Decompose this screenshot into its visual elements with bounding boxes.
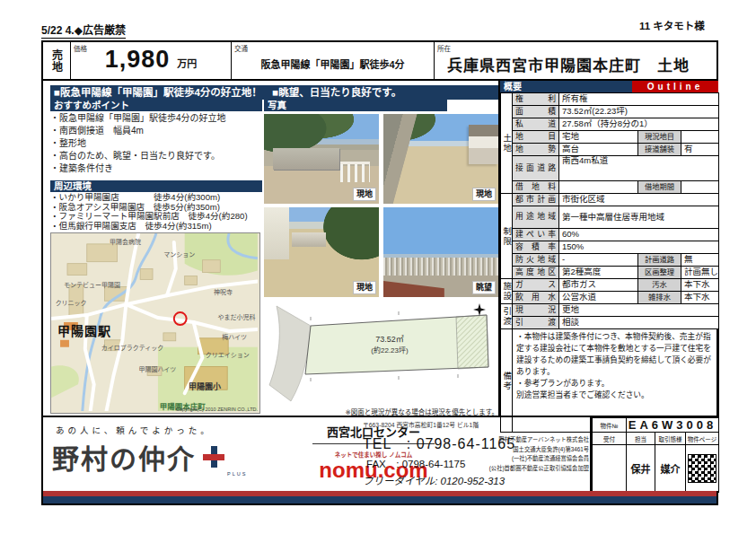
recommend-item: ・南西側接道 幅員4m (50, 125, 262, 137)
company-line: 野村不動産アーバンネット株式会社 (458, 435, 589, 445)
photo-grid: 現地 現地 現地 眺望 (264, 114, 498, 297)
tollfree-number: フリーダイヤル: 0120-952-313 (363, 473, 553, 487)
deal-reception (593, 445, 627, 493)
outline-row-label: 権利 (513, 93, 559, 106)
outline-row-label: ガス (513, 279, 559, 292)
environment-item: ・但馬銀行甲陽園支店 徒歩4分(約315m) (50, 222, 262, 232)
property-header: 売地 価格 1,980 万円 交通 阪急甲陽線「甲陽園」駅徒歩4分 所在 兵庫県… (43, 42, 716, 81)
recommend-title: おすすめポイント (50, 100, 262, 111)
map-label: 神呪寺 (214, 287, 233, 296)
headline-bar: ■阪急甲陽線「甲陽園」駅徒歩4分の好立地！ ■眺望、日当たり良好です。 (50, 85, 500, 100)
outline-row-label: 地勢 (513, 144, 559, 156)
recommend-item: ・阪急甲陽線「甲陽園」駅徒歩4分の好立地 (50, 112, 262, 125)
map-label: 梅ハイツ (222, 332, 247, 341)
map-labels: 甲陽会病院マンションモンテビュー甲陽園クリニック神呪寺やまだ小児科甲陽園駅梅ハイ… (51, 233, 259, 413)
outline-title-en: Outline (632, 81, 718, 92)
outline-sub-value (681, 131, 719, 144)
outline-sub-label: 区画整理 (638, 267, 681, 279)
map-label: やまだ小児科 (218, 312, 256, 321)
outline-sub-label: 計画道路 (638, 254, 681, 267)
outline-row-label: 借地料 (513, 181, 559, 194)
deal-col-header: 取引態様 (655, 433, 686, 445)
agent-name: 保井 (627, 445, 655, 493)
land-plot-diagram: 73.52㎡ (約22.23坪) (264, 302, 498, 405)
company-info: 野村不動産アーバンネット株式会社国土交通大臣免許(4)第3461号(一社)不動産… (458, 435, 589, 474)
footer: あの人に、頼んでよかった。 野村の仲介 PLUS 西宮北口センター ネットで住ま… (43, 416, 716, 503)
outline-group-label: 引渡 (501, 304, 513, 329)
environment-title: 周辺環境 (50, 180, 262, 192)
brand-tagline: あの人に、頼んでよかった。 (56, 424, 213, 436)
outline-row-value: 第一種中高層住居専用地域 (559, 206, 719, 229)
outline-row-value: 相談 (559, 317, 719, 329)
map-label: クリニック (56, 298, 87, 307)
photo-caption: 現地 (472, 188, 496, 201)
outline-row-value: 更地 (559, 304, 719, 317)
environment-list: ・いかり甲陽園店 徒歩4分(約300m)・阪急オアシス甲陽園店 徒歩5分(約35… (50, 193, 262, 231)
location-label: 所在 (437, 43, 451, 53)
brand-plus-label: PLUS (227, 471, 247, 477)
access-label: 交通 (234, 43, 248, 53)
outline-row-label: 引渡 (513, 317, 559, 329)
photo-caption: 現地 (353, 281, 376, 294)
photo-site-3: 現地 (264, 207, 379, 297)
recommend-item: ・建築条件付き (50, 162, 262, 175)
access-cell: 交通 阪急甲陽線「甲陽園」駅徒歩4分 (232, 42, 435, 79)
customer-note: 11 キタモト様 (639, 18, 705, 32)
sale-type-cell: 売地 (43, 42, 71, 79)
map-label: モンテビュー甲陽園 (64, 280, 120, 289)
outline-row-value: 73.52㎡(22.23坪) (559, 106, 719, 118)
property-number-label: 物件№ (593, 418, 627, 433)
outline-sub-value: 計画無し (681, 267, 719, 279)
outline-row-value (559, 181, 638, 194)
photo-caption: 眺望 (472, 281, 496, 294)
outline-group-label: 土地 (501, 93, 513, 194)
outline-sub-value: 本下水 (681, 279, 719, 292)
price-cell: 価格 1,980 万円 (71, 42, 232, 79)
company-line: (一社)不動産流通経営協会会員 (458, 454, 589, 464)
outline-row-value: 都市ガス (559, 279, 638, 292)
outline-row-value: 60% (559, 229, 719, 241)
map-label: 甲陽園小 (189, 381, 221, 392)
company-line: 国土交通大臣免許(4)第3461号 (458, 445, 589, 455)
company-line: (公社)首都圏不動産公正取引協議会加盟 (458, 464, 589, 474)
plot-tsubo-text: (約22.23坪) (371, 346, 409, 355)
deal-col-header: 担当 (627, 433, 655, 445)
outline-sub-label: 借地期間 (638, 181, 681, 194)
access-value: 阪急甲陽線「甲陽園」駅徒歩4分 (232, 57, 434, 71)
outline-row-value: 南西4m私道 (559, 156, 719, 181)
outline-row-value: 所有権 (559, 93, 719, 106)
outline-sub-label: 雑排水 (638, 292, 681, 304)
plot-diagram-graphic: 73.52㎡ (約22.23坪) (264, 302, 498, 405)
outline-row-label: 容積率 (513, 241, 559, 254)
photo-site-2: 現地 (383, 114, 498, 204)
outline-row-value: 宅地 (559, 131, 638, 144)
location-cell: 所在 兵庫県西宮市甲陽園本庄町 土地 (435, 42, 716, 79)
map-label: 甲陽園ハイツ (138, 364, 176, 373)
outline-row-label: 防火地域 (513, 254, 559, 267)
outline-sub-label: 現況地目 (638, 131, 681, 144)
brand-name: 野村の仲介 (52, 437, 196, 477)
outline-sub-value (681, 181, 719, 194)
ad-restriction-note: 5/22 4.◆広告厳禁 (41, 22, 126, 39)
recommend-item: ・高台のため、眺望・日当たり良好です。 (50, 150, 262, 162)
sale-type: 売地 (49, 49, 65, 73)
recommend-list: ・阪急甲陽線「甲陽園」駅徒歩4分の好立地・南西側接道 幅員4m・整形地・高台のた… (50, 112, 262, 175)
outline-row-value: 公営水道 (559, 292, 638, 304)
environment-item: ・いかり甲陽園店 徒歩4分(約300m) (50, 193, 262, 203)
map-copyright: Copyright(C) 2010 ZENRIN CO.,LTD. (176, 407, 258, 412)
outline-row-label: 建ぺい率 (513, 229, 559, 241)
outline-row-label: 地目 (513, 131, 559, 144)
deal-table: 物件№ EA6W3008 受付 担当 取引態様 物件ページ 保井 媒介 (590, 417, 718, 491)
outline-row-value: 第2種高度 (559, 267, 638, 279)
outline-row-label: 用途地域 (513, 206, 559, 229)
qr-code (688, 454, 716, 483)
office-address: 〒663-8204 西宮市高松町1番12号 ビル1階 (363, 420, 553, 429)
outline-row-label: 現況 (513, 304, 559, 317)
outline-table: 土地権利所有権面積73.52㎡(22.23坪)私道27.58㎡（持分8分の1）地… (500, 92, 719, 433)
map-label: 甲陽会病院 (110, 237, 141, 246)
flyer-page: 5/22 4.◆広告厳禁 11 キタモト様 売地 価格 1,980 万円 交通 … (0, 0, 756, 534)
photos-title: 写真 (264, 100, 447, 111)
outline-title: 概要 (500, 81, 522, 92)
outline-group-label: 制限 (501, 194, 513, 279)
outline-row-value: 高台 (559, 144, 638, 156)
